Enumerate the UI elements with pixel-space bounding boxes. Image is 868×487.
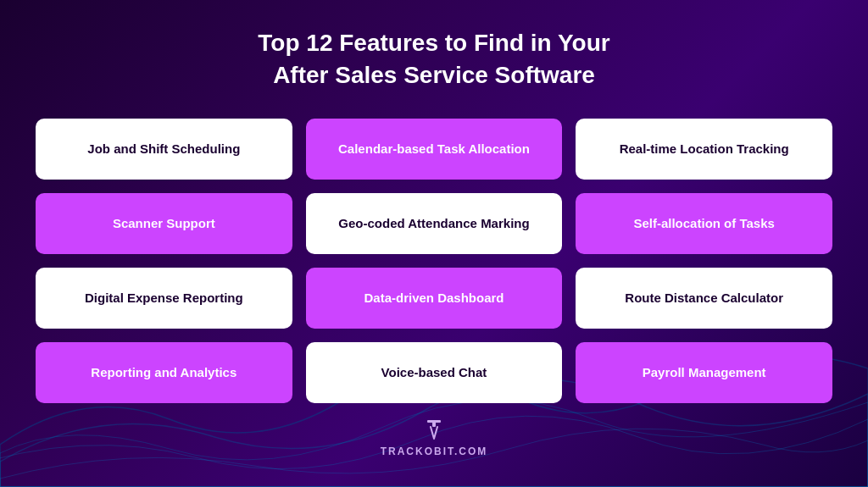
logo-icon [422, 418, 446, 442]
page-title: Top 12 Features to Find in Your After Sa… [258, 27, 609, 91]
feature-card-self-allocation[interactable]: Self-allocation of Tasks [576, 193, 832, 254]
feature-card-data-dashboard[interactable]: Data-driven Dashboard [306, 268, 563, 329]
footer: TRACKOBIT.COM [381, 418, 488, 457]
feature-card-reporting-analytics[interactable]: Reporting and Analytics [36, 342, 292, 403]
feature-card-realtime-location[interactable]: Real-time Location Tracking [576, 119, 832, 180]
svg-rect-1 [427, 420, 441, 423]
feature-card-voice-chat[interactable]: Voice-based Chat [306, 342, 563, 403]
feature-card-payroll[interactable]: Payroll Management [576, 342, 832, 403]
feature-card-job-shift[interactable]: Job and Shift Scheduling [36, 119, 292, 180]
feature-card-scanner-support[interactable]: Scanner Support [36, 193, 292, 254]
feature-card-digital-expense[interactable]: Digital Expense Reporting [36, 268, 292, 329]
logo-text: TRACKOBIT.COM [381, 445, 488, 457]
feature-card-route-distance[interactable]: Route Distance Calculator [576, 268, 832, 329]
feature-card-geocoded-attendance[interactable]: Geo-coded Attendance Marking [306, 193, 563, 254]
feature-card-calendar-task[interactable]: Calendar-based Task Allocation [306, 119, 563, 180]
features-grid: Job and Shift SchedulingCalendar-based T… [36, 119, 832, 403]
